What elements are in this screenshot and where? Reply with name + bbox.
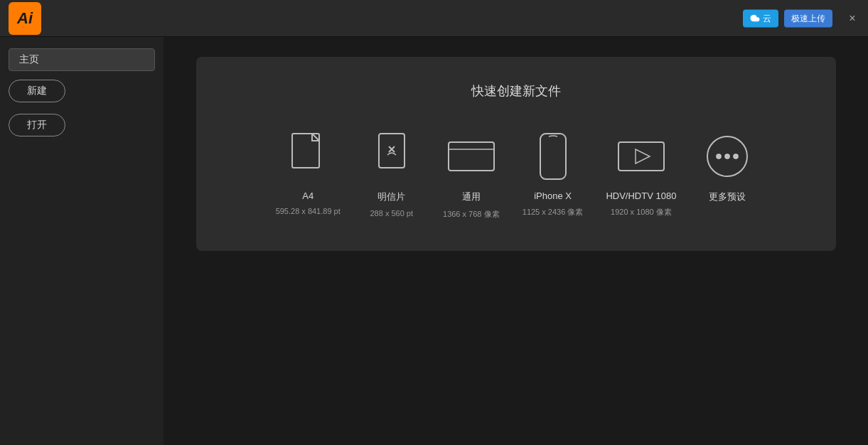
template-a4-name: A4 bbox=[302, 191, 314, 201]
upload-button[interactable]: 极速上传 bbox=[784, 9, 832, 27]
template-postcard-size: 288 x 560 pt bbox=[370, 209, 413, 218]
template-iphonex[interactable]: iPhone X 1125 x 2436 像素 bbox=[523, 128, 584, 218]
svg-marker-6 bbox=[636, 149, 650, 163]
cloud-button[interactable]: 云 bbox=[743, 9, 778, 27]
svg-rect-5 bbox=[618, 142, 664, 171]
postcard-icon bbox=[363, 128, 420, 185]
hdv-icon bbox=[613, 128, 670, 185]
cloud-btn-label: 云 bbox=[763, 12, 771, 24]
more-icon bbox=[699, 128, 756, 185]
ai-logo: Ai bbox=[9, 2, 41, 35]
svg-point-10 bbox=[734, 154, 738, 159]
template-postcard-name: 明信片 bbox=[377, 191, 405, 203]
templates-row: A4 595.28 x 841.89 pt 明信片 288 x 560 pt bbox=[276, 128, 756, 220]
template-hdv-name: HDV/HDTV 1080 bbox=[606, 191, 676, 201]
general-icon bbox=[443, 128, 500, 185]
template-general[interactable]: 通用 1366 x 768 像素 bbox=[443, 128, 500, 220]
quick-create-panel: 快速创建新文件 A4 595.28 x 841.89 pt bbox=[196, 57, 836, 251]
iphonex-icon bbox=[525, 128, 582, 185]
template-iphonex-size: 1125 x 2436 像素 bbox=[523, 207, 584, 218]
template-postcard[interactable]: 明信片 288 x 560 pt bbox=[363, 128, 420, 218]
sidebar: 主页 新建 打开 bbox=[0, 37, 164, 445]
title-bar-actions: 云 极速上传 bbox=[743, 9, 832, 27]
a4-icon bbox=[279, 128, 336, 185]
template-more[interactable]: 更多预设 bbox=[699, 128, 756, 209]
template-a4-size: 595.28 x 841.89 pt bbox=[276, 207, 341, 215]
template-more-name: 更多预设 bbox=[709, 191, 746, 203]
cloud-icon bbox=[750, 14, 760, 23]
svg-point-9 bbox=[725, 154, 729, 159]
new-button[interactable]: 新建 bbox=[9, 80, 65, 102]
quick-create-title: 快速创建新文件 bbox=[471, 82, 561, 100]
svg-rect-0 bbox=[292, 134, 319, 168]
template-a4[interactable]: A4 595.28 x 841.89 pt bbox=[276, 128, 341, 215]
home-tab[interactable]: 主页 bbox=[9, 48, 155, 71]
close-button[interactable]: × bbox=[842, 9, 862, 28]
template-hdv-size: 1920 x 1080 像素 bbox=[611, 207, 672, 218]
template-hdv[interactable]: HDV/HDTV 1080 1920 x 1080 像素 bbox=[606, 128, 676, 218]
template-general-name: 通用 bbox=[462, 191, 481, 203]
title-bar: Ai 云 极速上传 × bbox=[0, 0, 868, 37]
open-button[interactable]: 打开 bbox=[9, 114, 65, 136]
svg-rect-1 bbox=[379, 134, 404, 168]
main-content: 快速创建新文件 A4 595.28 x 841.89 pt bbox=[164, 37, 868, 445]
template-general-size: 1366 x 768 像素 bbox=[443, 209, 500, 220]
template-iphonex-name: iPhone X bbox=[534, 191, 572, 201]
svg-point-8 bbox=[717, 154, 721, 159]
svg-rect-4 bbox=[540, 134, 566, 179]
svg-rect-2 bbox=[449, 142, 494, 171]
